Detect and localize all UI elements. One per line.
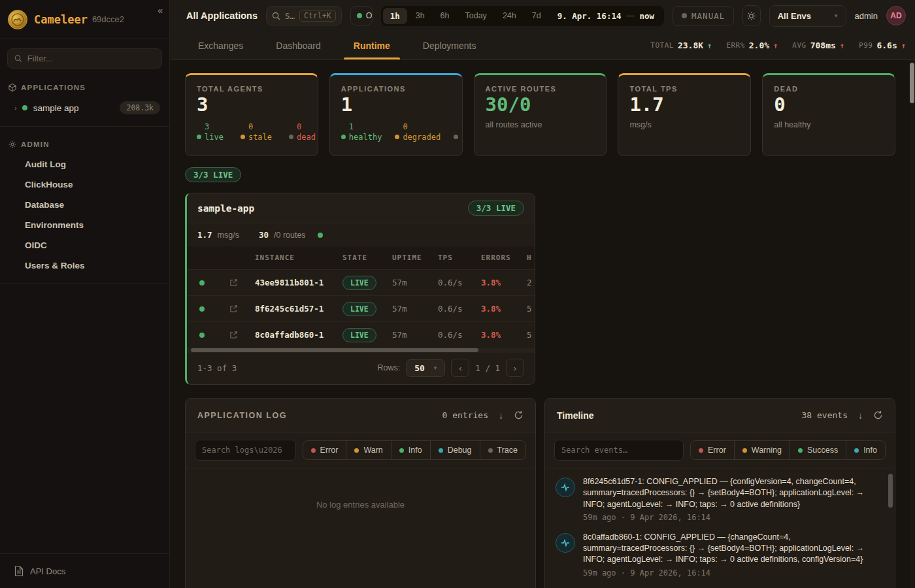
log-search-input[interactable] [202, 446, 289, 455]
info-dot [854, 448, 859, 453]
external-link-icon[interactable] [217, 331, 250, 339]
filter-chip-warning[interactable]: Warning [734, 441, 790, 459]
scrollbar-thumb[interactable] [888, 474, 893, 508]
range-24h[interactable]: 24h [495, 8, 524, 24]
table-row[interactable]: 43ee9811b801-1 LIVE 57m 0.6/s 3.8% 2 [187, 269, 535, 295]
col-state: STATE [337, 253, 387, 262]
refresh-icon[interactable] [514, 410, 524, 420]
sidebar-item-oidc[interactable]: OIDC [7, 235, 163, 255]
sidebar: Cameleer 69dcce2 « APPLICATIONS › [0, 0, 170, 588]
manual-refresh-button[interactable]: MANUAL [673, 6, 734, 26]
divider [0, 126, 169, 127]
filter-chip-success[interactable]: Success [790, 441, 846, 459]
tab-runtime[interactable]: Runtime [352, 31, 392, 59]
scrollbar-thumb[interactable] [191, 348, 478, 352]
timeline-search[interactable] [554, 440, 684, 461]
table-row[interactable]: 8f6245c61d57-1 LIVE 57m 0.6/s 3.8% 5 [187, 295, 535, 321]
range-3h[interactable]: 3h [408, 8, 432, 24]
sidebar-item-api-docs[interactable]: API Docs [7, 562, 163, 580]
dead-dot [289, 135, 293, 139]
activity-pulse-icon [556, 533, 575, 553]
filter-chip-info[interactable]: Info [391, 441, 430, 459]
manual-label: MANUAL [691, 11, 725, 21]
tab-dashboard-label: Dashboard [276, 41, 321, 51]
next-page-button[interactable]: › [506, 359, 524, 377]
filter-label: Error [708, 446, 726, 455]
external-link-icon[interactable] [217, 278, 250, 287]
timeline-event[interactable]: 8f6245c61d57-1: CONFIG_APPLIED — {config… [556, 476, 882, 522]
avatar[interactable]: AD [886, 6, 906, 25]
filter-chip-error[interactable]: Error [303, 441, 346, 459]
time-from: 9. Apr. 16:14 [557, 11, 622, 21]
time-window[interactable]: 9. Apr. 16:14 — now [550, 11, 662, 21]
timeline-search-input[interactable] [561, 446, 676, 455]
card-applications: APPLICATIONS 1 1healthy 0degraded 0criti… [329, 73, 463, 156]
errors-cell: 3.8% [481, 330, 501, 340]
timeline-scrollbar[interactable] [888, 472, 893, 588]
sidebar-collapse-icon[interactable]: « [158, 5, 163, 16]
event-text: 8f6245c61d57-1: CONFIG_APPLIED — {config… [583, 476, 878, 510]
sidebar-bottom: API Docs [0, 553, 169, 588]
timeline-title: Timeline [557, 410, 594, 421]
log-search[interactable] [195, 440, 296, 461]
prev-page-button[interactable]: ‹ [451, 359, 469, 377]
app-routes-value: 30 [259, 230, 269, 240]
tab-bar: Exchanges Dashboard Runtime Deployments … [170, 31, 915, 60]
timeline-filters-row: Error Warning Success Info [545, 433, 895, 468]
filter-chip-warn[interactable]: Warn [346, 441, 390, 459]
online-status-pill[interactable]: O [350, 6, 373, 25]
tab-exchanges[interactable]: Exchanges [196, 31, 245, 59]
rows-per-page-select[interactable]: 50 ▾ [406, 359, 445, 377]
range-7d[interactable]: 7d [525, 8, 548, 24]
sidebar-item-database[interactable]: Database [7, 195, 163, 215]
rows-value: 50 [414, 363, 425, 373]
sidebar-item-sample-app[interactable]: › sample app 208.3k [7, 97, 163, 118]
page-scrollbar[interactable] [910, 61, 914, 588]
chevron-right-icon[interactable]: › [14, 104, 17, 112]
sample-app-card: sample-app 3/3 LIVE 1.7 msg/s 30 /0 rout… [185, 193, 535, 385]
download-icon[interactable]: ↓ [858, 410, 863, 421]
sidebar-filter-input[interactable] [27, 54, 155, 63]
theme-toggle-button[interactable] [742, 5, 761, 26]
filter-chip-trace[interactable]: Trace [480, 441, 526, 459]
card-dead: DEAD 0 all healthy [762, 73, 895, 156]
refresh-icon[interactable] [873, 410, 883, 420]
search-placeholder-text: S… [285, 11, 295, 21]
filter-label: Success [807, 446, 838, 455]
range-1h[interactable]: 1h [383, 8, 407, 24]
sidebar-item-environments[interactable]: Environments [7, 215, 163, 235]
filter-chip-info[interactable]: Info [846, 441, 885, 459]
stale-label: stale [248, 132, 272, 142]
env-select[interactable]: All Envs ▾ [769, 5, 846, 27]
uptime-cell: 57m [387, 278, 433, 287]
scrollbar-thumb[interactable] [910, 63, 914, 103]
topbar: All Applications S… Ctrl+K O 1h 3h 6h To… [170, 0, 915, 31]
range-today[interactable]: Today [458, 8, 494, 24]
global-search-button[interactable]: S… Ctrl+K [266, 6, 342, 25]
filter-label: Warn [363, 446, 382, 455]
sidebar-item-users-roles[interactable]: Users & Roles [7, 255, 163, 276]
filter-chip-error[interactable]: Error [691, 441, 734, 459]
table-row[interactable]: 8c0affadb860-1 LIVE 57m 0.6/s 3.8% 5 [187, 321, 535, 348]
card-value: 1 [341, 95, 451, 116]
range-6h[interactable]: 6h [433, 8, 457, 24]
timeline-event[interactable]: 8c0affadb860-1: CONFIG_APPLIED — {change… [556, 532, 882, 578]
stat-avg-label: AVG [792, 41, 806, 50]
sidebar-filter[interactable] [7, 48, 162, 69]
sidebar-item-audit-log[interactable]: Audit Log [7, 154, 163, 174]
tab-deployments[interactable]: Deployments [421, 31, 478, 59]
external-link-icon[interactable] [217, 304, 250, 313]
sidebar-item-clickhouse[interactable]: ClickHouse [7, 174, 163, 195]
card-total-agents: TOTAL AGENTS 3 3live 0stale 0dead [185, 73, 318, 156]
app-status-dot [318, 233, 323, 238]
horizontal-scrollbar[interactable] [187, 348, 535, 353]
filter-chip-debug[interactable]: Debug [430, 441, 480, 459]
uptime-cell: 57m [387, 304, 433, 314]
download-icon[interactable]: ↓ [499, 410, 503, 421]
critical-label: critical [461, 132, 462, 142]
tab-dashboard[interactable]: Dashboard [274, 31, 323, 59]
page-indicator: 1 / 1 [475, 363, 500, 373]
env-select-value: All Envs [778, 11, 811, 21]
admin-section-header: ADMIN [7, 135, 163, 154]
errors-cell: 3.8% [481, 304, 501, 314]
